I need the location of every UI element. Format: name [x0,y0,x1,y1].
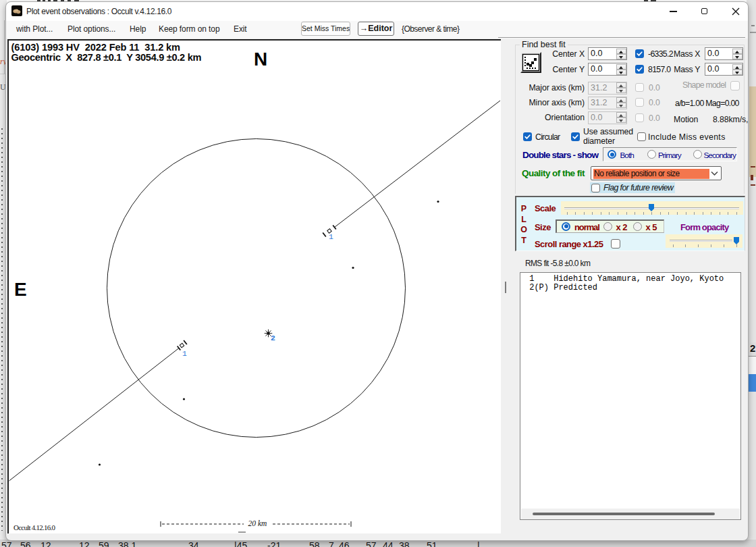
radio-both-label: Both [620,151,634,160]
menu-with-plot[interactable]: with Plot... [16,21,53,38]
radio-size-x2-label: x 2 [616,222,627,232]
major-axis-label: Major axis (km) [524,83,585,93]
minor-axis-spinner: 31.2 [588,97,627,109]
radio-size-normal[interactable] [562,222,570,231]
center-y-checkbox[interactable] [635,65,644,74]
close-button[interactable] [722,2,749,21]
chevron-down-icon [711,171,718,176]
center-x-checkbox[interactable] [635,49,644,58]
observations-listbox[interactable]: 1 Hidehito Yamamura, near Joyo, Kyoto 2(… [520,272,741,520]
background-line [750,32,756,33]
editor-button[interactable]: →Editor [358,22,394,36]
flag-review-label: Flag for future review [603,183,673,193]
mass-x-spinner[interactable]: 0.0 [705,47,743,60]
background-table-cell: 12 [40,540,51,547]
observation-row[interactable]: 1 Hidehito Yamamura, near Joyo, Kyoto [524,275,724,284]
slider-tick [724,244,724,247]
spin-up-icon [619,99,623,102]
slider-tick [711,244,711,247]
spin-down-button[interactable] [616,70,626,75]
quality-combobox[interactable]: No reliable position or size [591,166,722,180]
slider-tick [728,212,728,215]
plot-panel-letter: T [520,236,528,245]
rms-fit-label: RMS fit -5.8 ±0.0 km [525,259,590,268]
background-table-cell: 56 [20,540,31,547]
background-table-cell: 57 [1,540,12,547]
radio-size-x2[interactable] [603,222,612,231]
background-table-cell: 44 [383,540,394,547]
center-x-value[interactable]: 0.0 [591,48,602,59]
size-label: Size [535,222,551,232]
radio-primary-label: Primary [658,151,681,160]
use-assumed-checkbox[interactable] [571,132,580,141]
spin-down-icon [619,72,623,74]
include-miss-checkbox[interactable] [637,132,646,141]
spin-up-button[interactable] [616,49,626,54]
spin-up-button[interactable] [616,64,626,70]
minimize-icon [670,11,677,12]
spin-down-button[interactable] [616,54,626,59]
chord-station-label: 1 [182,349,187,358]
slider-thumb[interactable] [734,237,739,244]
center-y-value[interactable]: 0.0 [591,63,602,75]
scale-slider[interactable] [561,201,743,215]
radio-both[interactable] [608,150,616,159]
menu-keep-on-top[interactable]: Keep form on top [159,21,219,38]
mass-x-value[interactable]: 0.0 [707,48,719,59]
splitter-handle[interactable] [505,282,506,293]
chord-error-tick [333,225,336,229]
horizontal-scrollbar[interactable] [521,509,740,519]
scroll-range-label: Scroll range x1.25 [535,239,603,249]
spin-down-icon [619,120,623,122]
menu-help[interactable]: Help [130,21,146,38]
scroll-range-checkbox[interactable] [611,239,620,249]
app-window: Plot event observations : Occult v.4.12.… [5,1,749,541]
slider-tick [601,212,601,215]
radio-size-x5[interactable] [633,222,642,231]
observation-row[interactable]: 2(P) Predicted [524,284,597,292]
center-y-spinner[interactable]: 0.0 [588,63,627,76]
maximize-button[interactable] [691,2,718,21]
quality-label: Quality of the fit [522,168,585,178]
slider-tick [736,244,737,247]
plot-area[interactable]: (6103) 1993 HV 2022 Feb 11 31.2 km Geoce… [7,39,501,533]
mass-y-value[interactable]: 0.0 [707,63,719,75]
radio-secondary[interactable] [693,150,702,159]
mass-y-spinner[interactable]: 0.0 [705,63,743,76]
minor-axis-result: 0.0 [649,98,660,107]
background-table-cell: 58 [309,540,320,547]
circular-checkbox[interactable] [523,132,532,141]
center-x-result: -6335.2 [648,49,673,59]
menu-exit[interactable]: Exit [234,21,247,38]
slider-tick [643,212,644,215]
slider-tick [686,212,686,215]
minimize-button[interactable] [660,2,687,21]
spin-down-button[interactable] [732,54,742,59]
find-best-fit-label: Find best fit [520,40,568,49]
orientation-value: 0.0 [591,112,602,124]
center-x-spinner[interactable]: 0.0 [588,47,627,60]
spin-down-icon [619,56,623,59]
scrollbar-thumb[interactable] [533,513,715,515]
flag-review-checkbox[interactable] [591,184,600,192]
radio-secondary-label: Secondary [704,151,736,160]
background-dotted-line [1,128,3,531]
set-miss-times-button[interactable]: Set Miss Times [301,22,350,36]
background-table-cell: 38 [399,540,410,547]
spin-down-button[interactable] [732,70,742,75]
orientation-spinner: 0.0 [588,111,627,124]
spin-up-button[interactable] [732,49,742,54]
menu-plot-options[interactable]: Plot options... [68,21,115,38]
plot-panel-letter: O [520,225,528,234]
slider-thumb[interactable] [649,204,654,211]
form-opacity-slider[interactable] [666,234,742,248]
include-miss-label: Include Miss events [648,132,726,142]
spin-down-button [616,88,626,93]
title-bar: Plot event observations : Occult v.4.12.… [6,2,748,21]
check-icon [636,50,643,57]
spin-up-button[interactable] [732,64,742,70]
background-table-cell: 46 [339,540,350,547]
radio-primary[interactable] [647,150,656,159]
slider-tick [634,212,635,215]
ab-mag-text: a/b=1.00 Mag=0.00 [675,99,739,108]
